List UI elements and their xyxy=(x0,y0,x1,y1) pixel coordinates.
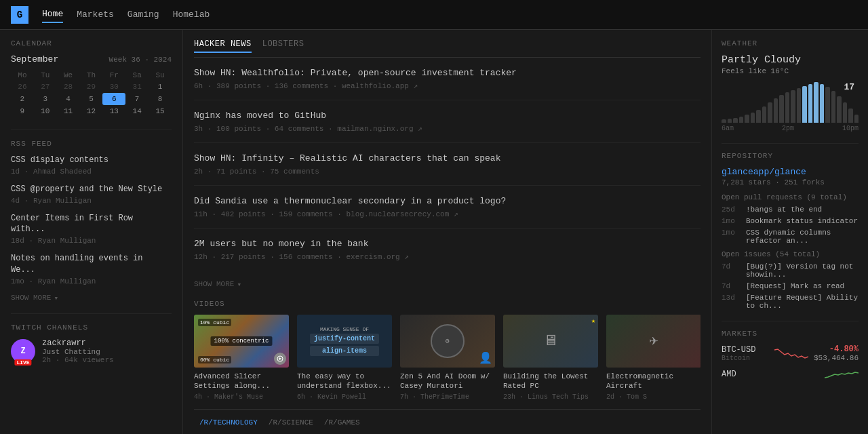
subreddit-tab-games[interactable]: /R/GAMES xyxy=(319,416,366,429)
video-card[interactable]: ✈ Electromagnetic Aircraft 2d · Tom S xyxy=(606,315,701,401)
center-content: HACKER NEWS LOBSTERS Show HN: Wealthfoli… xyxy=(183,30,712,434)
video-meta: 2d · Tom S xyxy=(606,393,701,401)
news-headline[interactable]: Show HN: Infinity – Realistic AI charact… xyxy=(194,153,701,165)
cal-day[interactable]: 11 xyxy=(57,105,80,117)
subreddit-tab-science[interactable]: /R/SCIENCE xyxy=(263,416,319,429)
rss-headline[interactable]: CSS @property and the New Style xyxy=(11,184,172,195)
cal-header-we: We xyxy=(57,70,80,81)
live-badge: LIVE xyxy=(14,359,31,366)
news-meta: 11h · 482 points · 159 comments · blog.n… xyxy=(194,210,701,218)
list-item: Center Items in First Row with... 18d · … xyxy=(11,213,172,245)
repo-age: 7d xyxy=(722,262,741,279)
right-sidebar: WEATHER Partly Cloudy Feels like 16°C 17 xyxy=(712,30,868,434)
repo-desc[interactable]: [Bug(?)] Version tag not showin... xyxy=(746,262,859,279)
news-headline[interactable]: Show HN: Wealthfolio: Private, open-sour… xyxy=(194,67,701,79)
weather-title: WEATHER xyxy=(722,39,859,47)
rss-headline[interactable]: CSS display contents xyxy=(11,155,172,166)
video-card[interactable]: 🖥 ★ Building the Lowest Rated PC 23h · L… xyxy=(503,315,598,401)
repo-name[interactable]: glanceapp/glance xyxy=(722,167,859,177)
video-thumbnail: MAKING SENSE OF justify-content align-it… xyxy=(297,315,392,368)
nav-logo: G xyxy=(11,6,28,24)
repo-desc[interactable]: Bookmark status indicator xyxy=(746,217,858,225)
news-meta: 2h · 71 points · 75 comments xyxy=(194,167,701,176)
video-card[interactable]: MAKING SENSE OF justify-content align-it… xyxy=(297,315,392,401)
cal-day[interactable]: 9 xyxy=(11,105,34,117)
video-meta: 23h · Linus Tech Tips xyxy=(503,393,598,401)
repo-desc[interactable]: [Feature Request] Ability to ch... xyxy=(746,294,859,310)
repository-title: REPOSITORY xyxy=(722,152,859,160)
news-show-more[interactable]: SHOW MORE ▾ xyxy=(194,280,701,289)
markets-section: MARKETS BTC-USD Bitcoin -4.80% $53,464.8… xyxy=(722,330,859,381)
cal-day[interactable]: 3 xyxy=(34,93,57,105)
rss-headline[interactable]: Notes on handling events in We... xyxy=(11,253,172,276)
table-row: 2M users but no money in the bank 12h · … xyxy=(194,238,701,271)
cal-day[interactable]: 14 xyxy=(125,105,149,117)
cal-day-today[interactable]: 6 xyxy=(102,93,125,105)
subreddit-tabs: /R/TECHNOLOGY /R/SCIENCE /R/GAMES xyxy=(194,409,701,429)
video-title: Electromagnetic Aircraft xyxy=(606,372,701,391)
cal-day[interactable]: 4 xyxy=(57,93,80,105)
news-headline[interactable]: Did Sandia use a thermonuclear secondary… xyxy=(194,195,701,208)
weather-condition: Partly Cloudy xyxy=(722,54,859,66)
table-row: Show HN: Infinity – Realistic AI charact… xyxy=(194,153,701,185)
repo-desc[interactable]: [Request] Mark as read xyxy=(746,282,844,290)
news-headline[interactable]: Nginx has moved to GitHub xyxy=(194,110,701,122)
nav-markets[interactable]: Markets xyxy=(77,9,114,20)
video-card[interactable]: 10% cubic 100% concentric 60% cubic Adva… xyxy=(194,315,289,401)
twitch-game: Just Chatting xyxy=(42,348,172,356)
tab-bar: HACKER NEWS LOBSTERS xyxy=(194,39,701,58)
market-symbol[interactable]: AMD xyxy=(722,370,819,379)
twitch-channel-name[interactable]: zackrawrr xyxy=(42,338,172,348)
rss-meta: 18d · Ryan Mulligan xyxy=(11,237,172,245)
repo-desc[interactable]: !bangs at the end xyxy=(746,205,822,214)
twitch-viewers: 2h · 64k viewers xyxy=(42,356,172,364)
cal-day[interactable]: 27 xyxy=(34,81,57,93)
cal-day[interactable]: 1 xyxy=(149,81,172,93)
nav-homelab[interactable]: Homelab xyxy=(173,9,210,20)
calendar-section: CALENDAR September Week 36 · 2024 Mo Tu … xyxy=(11,39,172,117)
list-item: Notes on handling events in We... 1mo · … xyxy=(11,253,172,285)
avatar: Z LIVE xyxy=(11,339,35,363)
cal-day[interactable]: 26 xyxy=(11,81,34,93)
cal-day[interactable]: 7 xyxy=(125,93,149,105)
news-headline[interactable]: 2M users but no money in the bank xyxy=(194,238,701,250)
list-item: 1mo CSS dynamic columns refactor an... xyxy=(722,229,859,245)
cal-day[interactable]: 31 xyxy=(125,81,149,93)
rss-section: RSS FEED CSS display contents 1d · Ahmad… xyxy=(11,140,172,302)
video-meta: 7h · ThePrimeTime xyxy=(400,393,495,401)
market-name: Bitcoin xyxy=(722,355,769,362)
cal-day[interactable]: 10 xyxy=(34,105,57,117)
tab-lobsters[interactable]: LOBSTERS xyxy=(262,39,304,53)
cal-header-tu: Tu xyxy=(34,70,57,81)
cal-day[interactable]: 28 xyxy=(57,81,80,93)
cal-day[interactable]: 30 xyxy=(102,81,125,93)
tab-hackernews[interactable]: HACKER NEWS xyxy=(194,39,252,53)
cal-day[interactable]: 8 xyxy=(149,93,172,105)
cal-day[interactable]: 2 xyxy=(11,93,34,105)
nav-home[interactable]: Home xyxy=(42,6,63,23)
calendar-month: September xyxy=(11,54,58,64)
cal-day[interactable]: 15 xyxy=(149,105,172,117)
subreddit-tab-technology[interactable]: /R/TECHNOLOGY xyxy=(194,416,263,429)
twitch-section: TWITCH CHANNELS Z LIVE zackrawrr Just Ch… xyxy=(11,323,172,364)
repo-age: 1mo xyxy=(722,217,741,225)
twitch-info: zackrawrr Just Chatting 2h · 64k viewers xyxy=(42,338,172,364)
video-title: Zen 5 And AI Doom w/ Casey Muratori xyxy=(400,372,495,391)
list-item: 7d [Request] Mark as read xyxy=(722,282,859,290)
cal-day[interactable]: 29 xyxy=(80,81,103,93)
cal-day[interactable]: 13 xyxy=(102,105,125,117)
rss-headline[interactable]: Center Items in First Row with... xyxy=(11,213,172,236)
market-symbol[interactable]: BTC-USD xyxy=(722,345,769,355)
cal-header-th: Th xyxy=(80,70,103,81)
nav-gaming[interactable]: Gaming xyxy=(127,9,159,20)
rss-show-more[interactable]: SHOW MORE ▾ xyxy=(11,294,172,302)
calendar-grid: Mo Tu We Th Fr Sa Su 26 27 28 29 xyxy=(11,70,172,117)
weather-label-10pm: 10pm xyxy=(842,125,859,132)
cal-day[interactable]: 5 xyxy=(80,93,103,105)
cal-header-mo: Mo xyxy=(11,70,34,81)
table-row: Nginx has moved to GitHub 3h · 100 point… xyxy=(194,110,701,143)
cal-day[interactable]: 12 xyxy=(80,105,103,117)
video-card[interactable]: ⚙ 👤 Zen 5 And AI Doom w/ Casey Muratori … xyxy=(400,315,495,401)
repo-desc[interactable]: CSS dynamic columns refactor an... xyxy=(746,229,859,245)
top-nav: G Home Markets Gaming Homelab xyxy=(0,0,868,30)
